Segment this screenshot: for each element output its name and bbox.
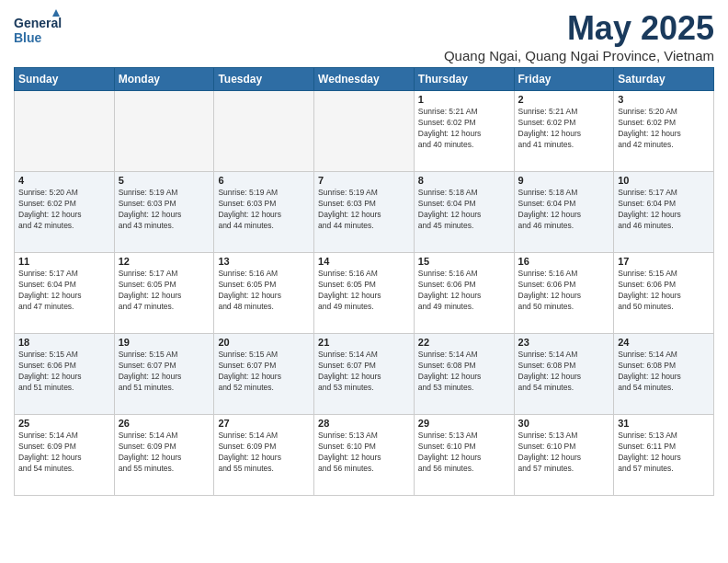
day-number: 28 (318, 418, 410, 429)
logo-icon: General Blue (14, 9, 64, 51)
day-number: 24 (618, 337, 710, 348)
day-info: Sunrise: 5:16 AM Sunset: 6:05 PM Dayligh… (318, 269, 410, 313)
day-info: Sunrise: 5:14 AM Sunset: 6:07 PM Dayligh… (318, 350, 410, 394)
table-row: 21Sunrise: 5:14 AM Sunset: 6:07 PM Dayli… (314, 334, 415, 415)
day-info: Sunrise: 5:19 AM Sunset: 6:03 PM Dayligh… (119, 188, 210, 232)
logo: General Blue (14, 9, 64, 51)
table-row: 14Sunrise: 5:16 AM Sunset: 6:05 PM Dayli… (314, 253, 415, 334)
day-number: 25 (18, 418, 110, 429)
table-row: 19Sunrise: 5:15 AM Sunset: 6:07 PM Dayli… (114, 334, 214, 415)
table-row: 24Sunrise: 5:14 AM Sunset: 6:08 PM Dayli… (614, 334, 714, 415)
day-number: 14 (318, 256, 410, 267)
table-row (214, 91, 314, 172)
day-info: Sunrise: 5:20 AM Sunset: 6:02 PM Dayligh… (18, 188, 110, 232)
table-row: 17Sunrise: 5:15 AM Sunset: 6:06 PM Dayli… (614, 253, 714, 334)
table-row: 5Sunrise: 5:19 AM Sunset: 6:03 PM Daylig… (114, 172, 214, 253)
day-info: Sunrise: 5:14 AM Sunset: 6:08 PM Dayligh… (518, 350, 610, 394)
day-info: Sunrise: 5:21 AM Sunset: 6:02 PM Dayligh… (518, 107, 610, 151)
header: General Blue May 2025 Quang Ngai, Quang … (14, 9, 714, 63)
table-row: 23Sunrise: 5:14 AM Sunset: 6:08 PM Dayli… (514, 334, 614, 415)
table-row (15, 91, 115, 172)
day-number: 1 (418, 94, 510, 105)
subtitle: Quang Ngai, Quang Ngai Province, Vietnam (444, 48, 714, 63)
day-number: 4 (18, 175, 110, 186)
table-row (114, 91, 214, 172)
day-number: 11 (18, 256, 110, 267)
day-info: Sunrise: 5:19 AM Sunset: 6:03 PM Dayligh… (218, 188, 310, 232)
table-row: 20Sunrise: 5:15 AM Sunset: 6:07 PM Dayli… (214, 334, 314, 415)
day-number: 10 (618, 175, 710, 186)
calendar-week-row: 4Sunrise: 5:20 AM Sunset: 6:02 PM Daylig… (15, 172, 714, 253)
table-row: 7Sunrise: 5:19 AM Sunset: 6:03 PM Daylig… (314, 172, 415, 253)
table-row: 13Sunrise: 5:16 AM Sunset: 6:05 PM Dayli… (214, 253, 314, 334)
day-info: Sunrise: 5:14 AM Sunset: 6:09 PM Dayligh… (218, 431, 310, 475)
day-info: Sunrise: 5:16 AM Sunset: 6:05 PM Dayligh… (218, 269, 310, 313)
col-sunday: Sunday (15, 68, 115, 91)
table-row: 27Sunrise: 5:14 AM Sunset: 6:09 PM Dayli… (214, 415, 314, 496)
day-info: Sunrise: 5:13 AM Sunset: 6:10 PM Dayligh… (318, 431, 410, 475)
calendar-week-row: 1Sunrise: 5:21 AM Sunset: 6:02 PM Daylig… (15, 91, 714, 172)
day-number: 23 (518, 337, 610, 348)
svg-marker-2 (52, 9, 60, 17)
col-tuesday: Tuesday (214, 68, 314, 91)
day-info: Sunrise: 5:19 AM Sunset: 6:03 PM Dayligh… (318, 188, 410, 232)
day-info: Sunrise: 5:15 AM Sunset: 6:06 PM Dayligh… (18, 350, 110, 394)
day-number: 6 (218, 175, 310, 186)
day-info: Sunrise: 5:14 AM Sunset: 6:09 PM Dayligh… (18, 431, 110, 475)
day-number: 5 (119, 175, 210, 186)
day-info: Sunrise: 5:14 AM Sunset: 6:09 PM Dayligh… (119, 431, 210, 475)
day-info: Sunrise: 5:17 AM Sunset: 6:05 PM Dayligh… (119, 269, 210, 313)
page: General Blue May 2025 Quang Ngai, Quang … (0, 0, 728, 563)
table-row: 28Sunrise: 5:13 AM Sunset: 6:10 PM Dayli… (314, 415, 415, 496)
day-number: 7 (318, 175, 410, 186)
day-number: 18 (18, 337, 110, 348)
day-number: 21 (318, 337, 410, 348)
day-number: 17 (618, 256, 710, 267)
table-row: 15Sunrise: 5:16 AM Sunset: 6:06 PM Dayli… (414, 253, 514, 334)
table-row: 4Sunrise: 5:20 AM Sunset: 6:02 PM Daylig… (15, 172, 115, 253)
day-info: Sunrise: 5:15 AM Sunset: 6:07 PM Dayligh… (218, 350, 310, 394)
table-row: 18Sunrise: 5:15 AM Sunset: 6:06 PM Dayli… (15, 334, 115, 415)
day-number: 22 (418, 337, 510, 348)
day-info: Sunrise: 5:15 AM Sunset: 6:07 PM Dayligh… (119, 350, 210, 394)
table-row: 25Sunrise: 5:14 AM Sunset: 6:09 PM Dayli… (15, 415, 115, 496)
day-number: 16 (518, 256, 610, 267)
table-row: 11Sunrise: 5:17 AM Sunset: 6:04 PM Dayli… (15, 253, 115, 334)
day-info: Sunrise: 5:18 AM Sunset: 6:04 PM Dayligh… (418, 188, 510, 232)
day-number: 27 (218, 418, 310, 429)
day-number: 9 (518, 175, 610, 186)
day-info: Sunrise: 5:15 AM Sunset: 6:06 PM Dayligh… (618, 269, 710, 313)
day-number: 3 (618, 94, 710, 105)
day-info: Sunrise: 5:16 AM Sunset: 6:06 PM Dayligh… (518, 269, 610, 313)
day-number: 29 (418, 418, 510, 429)
calendar-header-row: Sunday Monday Tuesday Wednesday Thursday… (15, 68, 714, 91)
day-info: Sunrise: 5:18 AM Sunset: 6:04 PM Dayligh… (518, 188, 610, 232)
table-row: 26Sunrise: 5:14 AM Sunset: 6:09 PM Dayli… (114, 415, 214, 496)
day-info: Sunrise: 5:14 AM Sunset: 6:08 PM Dayligh… (418, 350, 510, 394)
day-number: 15 (418, 256, 510, 267)
main-title: May 2025 (444, 9, 714, 48)
table-row: 16Sunrise: 5:16 AM Sunset: 6:06 PM Dayli… (514, 253, 614, 334)
day-number: 30 (518, 418, 610, 429)
title-block: May 2025 Quang Ngai, Quang Ngai Province… (444, 9, 714, 63)
table-row: 30Sunrise: 5:13 AM Sunset: 6:10 PM Dayli… (514, 415, 614, 496)
day-info: Sunrise: 5:14 AM Sunset: 6:08 PM Dayligh… (618, 350, 710, 394)
day-number: 26 (119, 418, 210, 429)
table-row: 10Sunrise: 5:17 AM Sunset: 6:04 PM Dayli… (614, 172, 714, 253)
day-info: Sunrise: 5:13 AM Sunset: 6:11 PM Dayligh… (618, 431, 710, 475)
svg-text:General: General (14, 16, 62, 30)
day-number: 13 (218, 256, 310, 267)
table-row: 6Sunrise: 5:19 AM Sunset: 6:03 PM Daylig… (214, 172, 314, 253)
table-row: 9Sunrise: 5:18 AM Sunset: 6:04 PM Daylig… (514, 172, 614, 253)
calendar-table: Sunday Monday Tuesday Wednesday Thursday… (14, 67, 714, 496)
day-info: Sunrise: 5:17 AM Sunset: 6:04 PM Dayligh… (618, 188, 710, 232)
col-thursday: Thursday (414, 68, 514, 91)
col-monday: Monday (114, 68, 214, 91)
col-saturday: Saturday (614, 68, 714, 91)
day-number: 8 (418, 175, 510, 186)
table-row: 8Sunrise: 5:18 AM Sunset: 6:04 PM Daylig… (414, 172, 514, 253)
day-number: 19 (119, 337, 210, 348)
svg-text:Blue: Blue (14, 30, 42, 45)
day-number: 31 (618, 418, 710, 429)
day-number: 2 (518, 94, 610, 105)
